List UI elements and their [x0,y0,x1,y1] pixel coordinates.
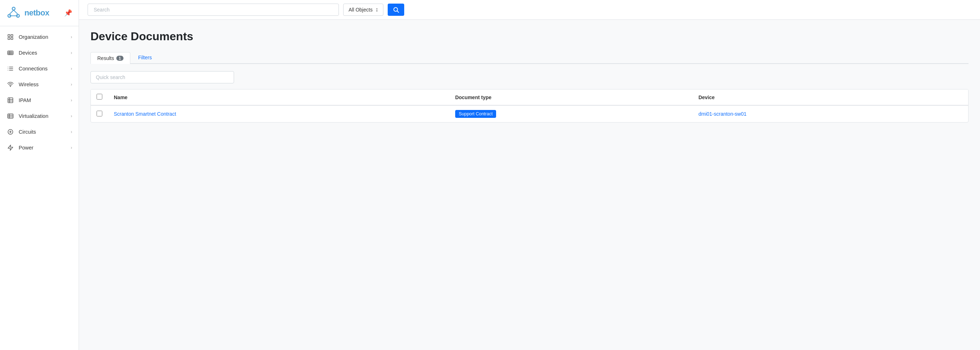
svg-line-21 [397,11,398,12]
svg-rect-9 [11,38,13,40]
tab-filters[interactable]: Filters [132,52,158,63]
chevron-icon: › [71,35,72,40]
table-header-row: Name Document type Device [91,89,968,105]
table-row: Scranton Smartnet Contract Support Contr… [91,105,968,122]
app-name: netbox [24,8,49,18]
wireless-icon [6,80,14,88]
tab-filters-label: Filters [138,54,152,61]
svg-line-4 [14,10,18,14]
svg-rect-7 [11,35,13,36]
svg-marker-19 [8,145,13,150]
pin-icon: 📌 [64,9,72,17]
sidebar-item-wireless-label: Wireless [19,82,39,87]
svg-rect-17 [8,114,13,118]
chevron-icon: › [71,50,72,55]
filter-label: All Objects [348,7,372,13]
svg-rect-6 [8,35,10,36]
sidebar-nav: Organization › Devices › Connections › W… [0,26,79,158]
search-go-button[interactable] [388,3,404,16]
chevron-icon: › [71,98,72,103]
svg-point-15 [10,86,11,87]
sidebar-item-devices[interactable]: Devices › [0,45,79,61]
tabs-row: Results 1 Filters [91,52,969,64]
table-container: Name Document type Device Scranton Smart… [91,89,969,123]
sidebar-item-connections[interactable]: Connections › [0,61,79,77]
netbox-logo-icon [6,6,21,20]
tab-results[interactable]: Results 1 [91,52,130,64]
power-icon [6,144,14,152]
header-device: Device [693,89,968,105]
sidebar: netbox 📌 Organization › Devices › Connec… [0,0,79,350]
search-input[interactable] [88,3,339,16]
chevron-icon: › [71,145,72,150]
page-content: Device Documents Results 1 Filters [79,20,980,350]
connections-icon [6,65,14,73]
row-device-cell: dmi01-scranton-sw01 [693,105,968,122]
devices-icon [6,49,14,57]
sidebar-item-organization-label: Organization [19,34,48,40]
row-document-type-cell: Support Contract [449,105,693,122]
topbar: All Objects ⫶ [79,0,980,20]
circuits-icon [6,128,14,136]
chevron-icon: › [71,129,72,134]
svg-line-3 [10,10,14,14]
row-checkbox-cell [91,105,108,122]
data-table: Name Document type Device Scranton Smart… [91,89,968,122]
filter-icon: ⫶ [375,7,378,13]
header-checkbox-cell [91,89,108,105]
sidebar-item-circuits-label: Circuits [19,129,36,135]
row-checkbox[interactable] [97,111,102,117]
search-wrapper [88,3,339,16]
sidebar-item-power-label: Power [19,145,33,150]
row-device-link[interactable]: dmi01-scranton-sw01 [698,111,747,117]
sidebar-logo: netbox 📌 [0,0,79,26]
sidebar-item-virtualization[interactable]: Virtualization › [0,108,79,124]
chevron-icon: › [71,113,72,118]
ipam-icon [6,96,14,104]
search-icon [393,6,399,13]
organization-icon [6,33,14,41]
svg-rect-10 [8,51,13,55]
select-all-checkbox[interactable] [97,94,102,99]
row-name-link[interactable]: Scranton Smartnet Contract [114,111,176,117]
sidebar-item-organization[interactable]: Organization › [0,29,79,45]
sidebar-item-devices-label: Devices [19,50,37,56]
sidebar-item-connections-label: Connections [19,66,48,72]
sidebar-item-wireless[interactable]: Wireless › [0,77,79,92]
svg-point-0 [12,7,15,10]
sidebar-item-ipam-label: IPAM [19,97,31,103]
tab-results-badge: 1 [116,56,124,61]
header-name: Name [108,89,449,105]
virtualization-icon [6,112,14,120]
tab-results-label: Results [97,55,114,61]
sidebar-item-power[interactable]: Power › [0,140,79,156]
quick-search-input[interactable] [91,71,234,83]
document-type-badge: Support Contract [455,110,496,118]
chevron-icon: › [71,82,72,87]
sidebar-item-circuits[interactable]: Circuits › [0,124,79,140]
search-filter-button[interactable]: All Objects ⫶ [343,3,383,16]
chevron-icon: › [71,66,72,71]
sidebar-item-ipam[interactable]: IPAM › [0,92,79,108]
header-document-type: Document type [449,89,693,105]
page-title: Device Documents [91,30,969,43]
row-name-cell: Scranton Smartnet Contract [108,105,449,122]
svg-rect-16 [8,98,13,103]
main-area: All Objects ⫶ Device Documents Results 1… [79,0,980,350]
svg-rect-8 [8,38,10,40]
sidebar-item-virtualization-label: Virtualization [19,113,48,119]
